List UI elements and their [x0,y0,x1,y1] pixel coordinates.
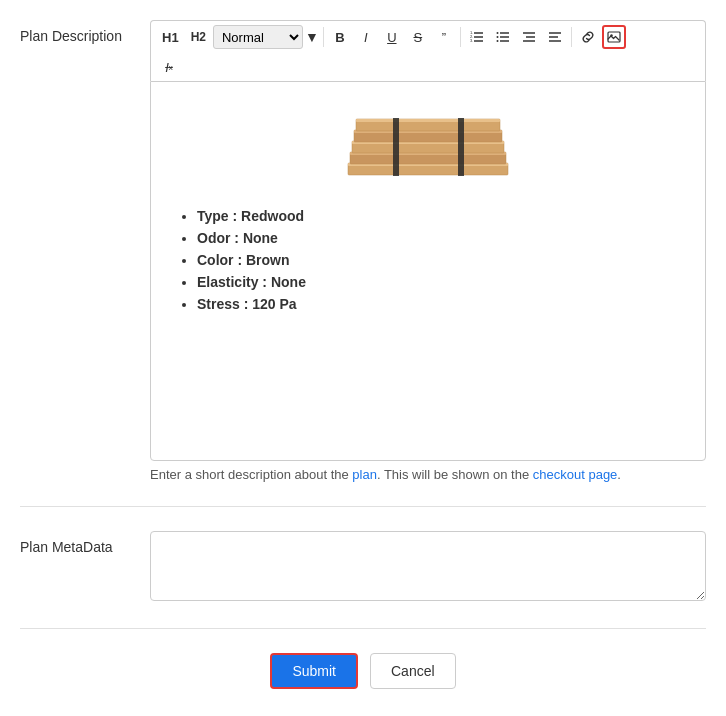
bold-button[interactable]: B [328,25,352,49]
hint-link-checkout[interactable]: checkout page [533,467,618,482]
lumber-image [328,98,528,188]
plan-description-content: H1 H2 Normal Heading 1 Heading 2 Heading… [150,20,706,482]
svg-rect-31 [458,118,464,176]
strikethrough-button[interactable]: S [406,25,430,49]
paragraph-select[interactable]: Normal Heading 1 Heading 2 Heading 3 [213,25,303,49]
list-item-color: Color : Brown [197,252,689,268]
plan-metadata-row: Plan MetaData [20,531,706,629]
plan-description-row: Plan Description H1 H2 Normal Heading 1 … [20,20,706,507]
divider-3 [571,27,572,47]
svg-rect-29 [356,119,500,122]
list-item-stress: Stress : 120 Pa [197,296,689,312]
list-item-elasticity: Elasticity : None [197,274,689,290]
unordered-list-button[interactable] [491,25,515,49]
editor-image-area [167,98,689,188]
plan-metadata-content [150,531,706,604]
indent-left-button[interactable] [517,25,541,49]
svg-rect-30 [393,118,399,176]
plan-description-label: Plan Description [20,20,150,44]
bullet-list: Type : Redwood Odor : None Color : Brown… [167,208,689,312]
image-button[interactable] [602,25,626,49]
plan-metadata-label: Plan MetaData [20,531,150,555]
list-item-odor: Odor : None [197,230,689,246]
hint-link-plan[interactable]: plan [352,467,377,482]
svg-point-10 [496,36,498,38]
form-buttons: Submit Cancel [20,653,706,689]
svg-point-9 [496,32,498,34]
link-button[interactable] [576,25,600,49]
h2-button[interactable]: H2 [186,25,211,49]
svg-point-11 [496,40,498,42]
list-item-type: Type : Redwood [197,208,689,224]
indent-right-button[interactable] [543,25,567,49]
cancel-button[interactable]: Cancel [370,653,456,689]
h1-button[interactable]: H1 [157,25,184,49]
expand-icon: ▼ [305,29,319,45]
divider-1 [323,27,324,47]
editor-toolbar: H1 H2 Normal Heading 1 Heading 2 Heading… [150,20,706,53]
svg-text:3.: 3. [470,38,473,43]
quote-button[interactable]: ” [432,25,456,49]
divider-2 [460,27,461,47]
editor-toolbar-row2: Ix [150,53,706,81]
submit-button[interactable]: Submit [270,653,358,689]
hint-text: Enter a short description about the plan… [150,467,706,482]
clear-format-button[interactable]: Ix [157,55,181,79]
metadata-input[interactable] [150,531,706,601]
ordered-list-button[interactable]: 1.2.3. [465,25,489,49]
italic-button[interactable]: I [354,25,378,49]
underline-button[interactable]: U [380,25,404,49]
editor-body[interactable]: Type : Redwood Odor : None Color : Brown… [150,81,706,461]
